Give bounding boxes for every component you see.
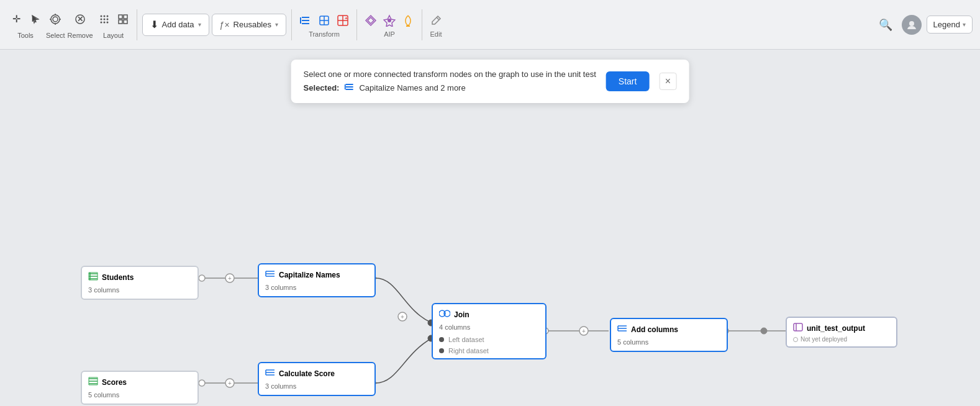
dots-layout-icon[interactable] [96,11,113,28]
aip-icon-1[interactable] [362,12,379,29]
unit-test-output-header: unit_test_output [787,318,896,336]
capitalize-transform-icon [265,269,275,280]
svg-point-11 [100,18,102,20]
edit-group[interactable]: Edit [427,12,445,38]
svg-point-52 [579,327,588,335]
svg-point-8 [100,15,102,17]
remove-label: Remove [68,32,93,39]
students-dataset-icon [88,272,98,282]
reusables-label: Reusables [234,20,271,29]
join-node[interactable]: Join 4 columns Left dataset Right datase… [432,303,547,359]
svg-rect-80 [794,323,802,331]
separator-4 [422,9,422,40]
separator-2 [291,9,292,40]
close-button[interactable]: × [659,73,676,90]
transform-group: + Transform [297,12,352,38]
grid-layout-icon[interactable] [114,11,132,28]
svg-point-55 [761,328,767,334]
legend-button[interactable]: Legend ▾ [927,16,973,34]
svg-text:+: + [401,314,404,320]
svg-point-44 [199,380,205,386]
svg-point-14 [100,21,102,23]
svg-rect-17 [119,15,122,19]
start-button[interactable]: Start [606,71,650,91]
selected-value: Capitalize Names and 2 more [359,83,465,92]
separator-1 [137,9,137,40]
remove-icon[interactable]: ✕ [71,11,89,28]
students-node-columns: 3 columns [82,285,197,299]
search-button[interactable]: 🔍 [874,14,897,36]
pointer-tool-icon[interactable] [26,11,43,28]
tools-label: Tools [17,32,34,39]
calculate-score-node[interactable]: Calculate Score 3 columns [258,362,376,396]
transform-inline-icon [344,83,354,93]
reusables-button[interactable]: ƒ× Reusables ▾ [212,14,286,36]
transform-icon-1[interactable] [297,12,314,29]
capitalize-names-node[interactable]: Capitalize Names 3 columns [258,263,376,297]
notification-banner: Select one or more connected transform n… [291,60,689,103]
scores-dataset-icon [88,377,98,387]
join-right: Right dataset [433,347,545,358]
edit-label: Edit [430,30,442,38]
svg-point-9 [103,15,105,17]
calculate-score-columns: 3 columns [259,381,374,395]
svg-line-37 [437,17,439,20]
svg-rect-18 [124,15,127,19]
transform-label: Transform [309,30,340,38]
unit-test-output-node[interactable]: unit_test_output Not yet deployed [786,317,897,348]
separator-3 [356,9,357,40]
join-left: Left dataset [433,336,545,347]
scores-node[interactable]: Scores 5 columns [81,371,199,405]
svg-point-15 [103,21,105,23]
aip-icon-3[interactable] [399,12,417,29]
svg-rect-19 [119,20,122,24]
svg-point-45 [225,379,234,387]
legend-chevron: ▾ [963,21,966,28]
transform-icon-2[interactable] [315,12,333,29]
transform-icon-3[interactable]: + [334,12,352,29]
scores-node-columns: 5 columns [82,390,197,404]
svg-text:+: + [228,275,232,282]
layout-label: Layout [103,32,124,39]
capitalize-names-name: Capitalize Names [279,271,340,279]
select-label: Select [46,32,65,39]
reusables-icon: ƒ× [220,20,230,30]
svg-point-34 [388,19,391,22]
add-columns-icon [617,324,627,335]
svg-point-16 [106,21,108,23]
add-data-label: Add data [162,20,194,29]
remove-group[interactable]: ✕ Remove [68,11,93,39]
notification-selected: Selected: Capitalize Names and 2 more [304,83,596,93]
capitalize-names-columns: 3 columns [259,282,374,296]
aip-label: AIP [384,30,395,38]
svg-text:+: + [228,380,232,387]
layout-group[interactable]: Layout [96,11,132,39]
move-tool-icon[interactable]: ✛ [7,11,25,28]
students-node[interactable]: Students 3 columns [81,266,199,300]
select-group[interactable]: Select [46,11,65,39]
svg-text:✕: ✕ [77,15,83,24]
select-icon[interactable] [47,11,64,28]
notification-text: Select one or more connected transform n… [304,70,596,93]
svg-point-0 [51,15,60,24]
edit-icon[interactable] [427,12,445,29]
add-data-button[interactable]: ⬇ Add data ▾ [142,14,209,36]
add-data-chevron: ▾ [198,21,201,28]
avatar-button[interactable] [902,15,922,35]
canvas[interactable]: + + + + Select one or more connected tra… [0,50,980,406]
calculate-transform-icon [265,368,275,379]
aip-icon-2[interactable] [381,12,398,29]
students-node-name: Students [102,273,134,282]
tools-group: ✛ Tools [7,11,43,39]
join-icon [439,309,450,320]
reusables-chevron: ▾ [275,21,278,28]
aip-group: AIP [362,12,417,38]
svg-point-38 [909,21,914,26]
svg-text:+: + [582,328,586,335]
svg-point-10 [106,15,108,17]
capitalize-names-header: Capitalize Names [259,264,374,282]
add-data-icon: ⬇ [150,19,158,30]
add-columns-node[interactable]: Add columns 5 columns [610,318,728,352]
svg-point-1 [53,17,58,22]
students-node-header: Students [82,267,197,285]
